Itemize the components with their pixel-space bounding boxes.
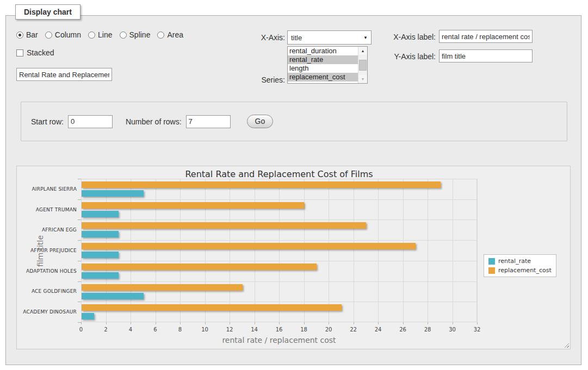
bar-replacement_cost xyxy=(82,222,366,229)
series-option-rental_duration[interactable]: rental_duration xyxy=(288,47,358,55)
legend-label: rental_rate xyxy=(498,258,531,265)
bar-rental_rate xyxy=(82,313,94,319)
gridline xyxy=(428,179,428,322)
chart-type-radio-line[interactable]: Line xyxy=(88,30,112,39)
gridline xyxy=(255,179,255,322)
x-tick-label: 8 xyxy=(169,327,191,333)
bar-rental_rate xyxy=(82,190,144,197)
y-axis-label-input[interactable] xyxy=(439,49,533,62)
bar-replacement_cost xyxy=(82,202,304,209)
fieldset-legend: Display chart xyxy=(15,4,81,20)
x-tick xyxy=(304,322,305,324)
radio-label: Line xyxy=(98,30,112,39)
bar-rental_rate xyxy=(82,211,119,217)
x-tick xyxy=(477,322,478,324)
series-multiselect[interactable]: rental_durationrental_ratelengthreplacem… xyxy=(287,46,368,84)
bar-rental_rate xyxy=(82,293,144,299)
x-tick-label: 24 xyxy=(367,327,389,333)
category-label: ADAPTATION HOLES xyxy=(17,261,77,281)
x-tick xyxy=(205,322,206,324)
gridline xyxy=(81,240,477,241)
scroll-down-icon[interactable]: ▼ xyxy=(358,75,367,83)
x-tick xyxy=(230,322,230,324)
radio-icon[interactable] xyxy=(16,32,23,39)
x-tick xyxy=(354,322,354,324)
stacked-label: Stacked xyxy=(27,48,54,57)
chart-type-radio-spline[interactable]: Spline xyxy=(120,30,151,39)
x-tick-label: 6 xyxy=(145,327,166,333)
radio-label: Column xyxy=(55,30,81,39)
series-select-label: Series: xyxy=(247,76,285,84)
chart-title-input[interactable] xyxy=(16,68,112,81)
y-tick xyxy=(78,281,81,282)
series-option-replacement_cost[interactable]: replacement_cost xyxy=(288,73,358,81)
chart-type-radio-column[interactable]: Column xyxy=(45,30,81,39)
gridline xyxy=(81,302,477,302)
gridline xyxy=(81,261,477,261)
y-tick xyxy=(78,179,81,179)
x-tick xyxy=(329,322,329,324)
gridline xyxy=(378,179,379,322)
stacked-checkbox[interactable] xyxy=(16,49,23,57)
category-label: AFFAIR PREJUDICE xyxy=(17,240,77,261)
x-tick-label: 32 xyxy=(466,327,488,333)
x-axis-label-label: X-Axis label: xyxy=(392,33,436,41)
chart-type-radio-area[interactable]: Area xyxy=(157,30,183,39)
gridline xyxy=(81,281,477,282)
gridline xyxy=(279,179,280,322)
resize-handle[interactable] xyxy=(563,342,569,348)
y-tick xyxy=(78,261,81,261)
legend-swatch-icon xyxy=(488,267,495,274)
gridline xyxy=(304,179,305,322)
num-rows-label: Number of rows: xyxy=(126,117,182,126)
radio-icon[interactable] xyxy=(120,32,127,39)
x-tick xyxy=(156,322,156,324)
x-tick xyxy=(180,322,181,324)
x-tick xyxy=(255,322,255,324)
gridline xyxy=(131,179,131,322)
x-tick-label: 30 xyxy=(442,327,463,333)
bar-rental_rate xyxy=(82,231,119,237)
gridline xyxy=(156,179,156,322)
bar-rental_rate xyxy=(82,272,119,279)
x-axis-label-input[interactable] xyxy=(439,30,533,43)
num-rows-input[interactable] xyxy=(186,115,231,128)
radio-label: Spline xyxy=(129,30,151,39)
y-tick xyxy=(78,240,81,241)
gridline xyxy=(354,179,354,322)
legend-item-replacement-cost[interactable]: replacement_cost xyxy=(488,267,552,274)
series-options: rental_durationrental_ratelengthreplacem… xyxy=(288,47,358,83)
gridline xyxy=(230,179,230,322)
series-scrollbar[interactable]: ▲ ▼ xyxy=(358,47,367,83)
stacked-checkbox-row[interactable]: Stacked xyxy=(16,48,54,57)
radio-icon[interactable] xyxy=(157,32,164,39)
x-tick xyxy=(428,322,428,324)
gridline xyxy=(81,179,82,322)
radio-icon[interactable] xyxy=(45,32,52,39)
gridline xyxy=(453,179,453,322)
legend-item-rental-rate[interactable]: rental_rate xyxy=(488,258,552,265)
y-tick xyxy=(78,322,81,323)
start-row-input[interactable] xyxy=(68,115,113,128)
x-axis-select[interactable]: title ▼ xyxy=(287,30,372,45)
bar-replacement_cost xyxy=(82,181,441,188)
radio-icon[interactable] xyxy=(88,32,95,39)
chart-title: Rental Rate and Replacement Cost of Film… xyxy=(81,169,477,179)
go-button[interactable]: Go xyxy=(247,115,274,128)
series-option-rental_rate[interactable]: rental_rate xyxy=(288,55,358,64)
scroll-up-icon[interactable]: ▲ xyxy=(358,47,367,55)
bar-replacement_cost xyxy=(82,243,416,249)
x-tick-label: 4 xyxy=(120,327,141,333)
chart-type-radio-bar[interactable]: Bar xyxy=(16,30,38,39)
radio-label: Bar xyxy=(26,30,38,39)
bar-replacement_cost xyxy=(82,284,243,291)
x-axis-selected-value: title xyxy=(288,34,360,42)
x-tick-label: 20 xyxy=(318,327,339,333)
x-tick-label: 10 xyxy=(194,327,216,333)
x-tick xyxy=(378,322,379,324)
series-option-length[interactable]: length xyxy=(288,64,358,73)
y-axis-label-label: Y-Axis label: xyxy=(392,52,436,61)
bar-rental_rate xyxy=(82,252,119,258)
chart-panel: Rental Rate and Replacement Cost of Film… xyxy=(16,166,571,349)
scrollbar-thumb[interactable] xyxy=(359,60,367,71)
